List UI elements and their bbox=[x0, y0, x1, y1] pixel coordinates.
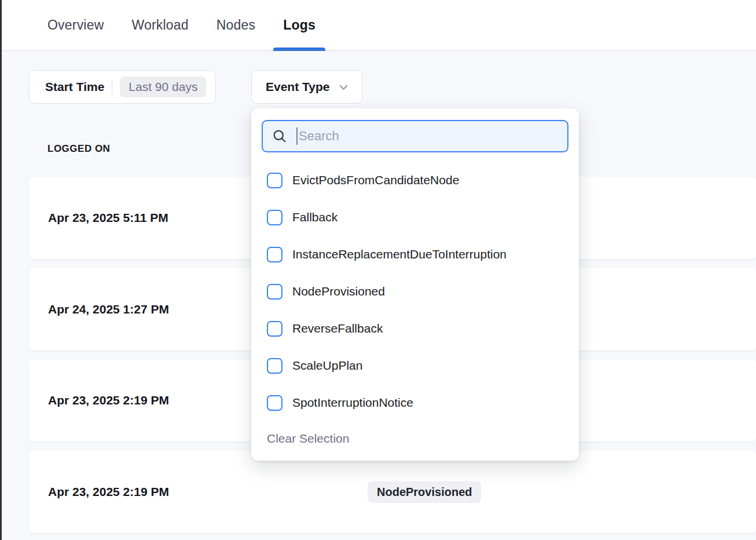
clear-selection-button[interactable]: Clear Selection bbox=[251, 425, 365, 453]
checkbox-unchecked[interactable] bbox=[267, 358, 282, 374]
event-type-badge: NodeProvisioned bbox=[368, 481, 481, 503]
logged-on-value: Apr 23, 2025 2:19 PM bbox=[48, 485, 169, 499]
option-label: ReverseFallback bbox=[292, 322, 383, 335]
option-label: NodeProvisioned bbox=[292, 284, 385, 298]
event-type-filter-button[interactable]: Event Type bbox=[251, 70, 362, 104]
option-reversefallback[interactable]: ReverseFallback bbox=[251, 310, 579, 347]
checkbox-unchecked[interactable] bbox=[267, 173, 282, 188]
start-time-filter-button[interactable]: Start Time Last 90 days bbox=[29, 70, 216, 104]
start-time-label: Start Time bbox=[45, 80, 104, 94]
tab-logs[interactable]: Logs bbox=[283, 0, 315, 51]
search-input[interactable] bbox=[299, 129, 559, 144]
option-evictpodsfromcandidatenode[interactable]: EvictPodsFromCandidateNode bbox=[251, 162, 579, 199]
active-tab-underline bbox=[273, 48, 325, 51]
event-type-label: Event Type bbox=[266, 80, 329, 94]
logged-on-column-header: LOGGED ON bbox=[47, 143, 110, 155]
option-label: ScaleUpPlan bbox=[292, 359, 362, 373]
option-label: SpotInterruptionNotice bbox=[292, 396, 413, 410]
option-label: EvictPodsFromCandidateNode bbox=[292, 173, 459, 187]
option-instancereplacementduetointerruption[interactable]: InstanceReplacementDueToInterruption bbox=[251, 236, 579, 273]
option-nodeprovisioned[interactable]: NodeProvisioned bbox=[251, 273, 579, 310]
logged-on-value: Apr 23, 2025 5:11 PM bbox=[48, 211, 168, 225]
tab-nodes[interactable]: Nodes bbox=[216, 0, 255, 51]
log-row[interactable]: Apr 23, 2025 2:19 PM NodeProvisioned bbox=[29, 451, 756, 533]
logged-on-value: Apr 23, 2025 2:19 PM bbox=[48, 393, 169, 407]
tab-nodes-label: Nodes bbox=[216, 17, 255, 33]
tab-overview-label: Overview bbox=[47, 17, 104, 33]
tab-overview[interactable]: Overview bbox=[47, 0, 104, 51]
option-label: InstanceReplacementDueToInterruption bbox=[292, 247, 507, 261]
event-type-option-list: EvictPodsFromCandidateNode Fallback Inst… bbox=[251, 162, 579, 421]
checkbox-unchecked[interactable] bbox=[267, 395, 282, 411]
option-spotinterruptionnotice[interactable]: SpotInterruptionNotice bbox=[251, 384, 579, 421]
text-cursor bbox=[296, 127, 298, 145]
option-fallback[interactable]: Fallback bbox=[251, 199, 579, 236]
tab-logs-label: Logs bbox=[283, 17, 315, 33]
event-type-dropdown-panel: EvictPodsFromCandidateNode Fallback Inst… bbox=[251, 108, 579, 461]
window-left-edge bbox=[0, 0, 2, 540]
tab-bar: Overview Workload Nodes Logs bbox=[0, 0, 756, 51]
dropdown-search-box[interactable] bbox=[262, 120, 568, 152]
tab-workload-label: Workload bbox=[131, 17, 188, 33]
filter-divider bbox=[112, 79, 112, 94]
checkbox-unchecked[interactable] bbox=[267, 321, 282, 337]
option-label: Fallback bbox=[292, 210, 337, 224]
logged-on-value: Apr 24, 2025 1:27 PM bbox=[48, 302, 169, 316]
checkbox-unchecked[interactable] bbox=[267, 284, 282, 300]
checkbox-unchecked[interactable] bbox=[267, 210, 282, 225]
checkbox-unchecked[interactable] bbox=[267, 247, 282, 262]
start-time-value-chip: Last 90 days bbox=[120, 76, 206, 97]
tab-workload[interactable]: Workload bbox=[131, 0, 188, 51]
option-scaleupplan[interactable]: ScaleUpPlan bbox=[251, 347, 579, 384]
search-icon bbox=[271, 128, 288, 144]
chevron-down-icon bbox=[337, 81, 350, 94]
